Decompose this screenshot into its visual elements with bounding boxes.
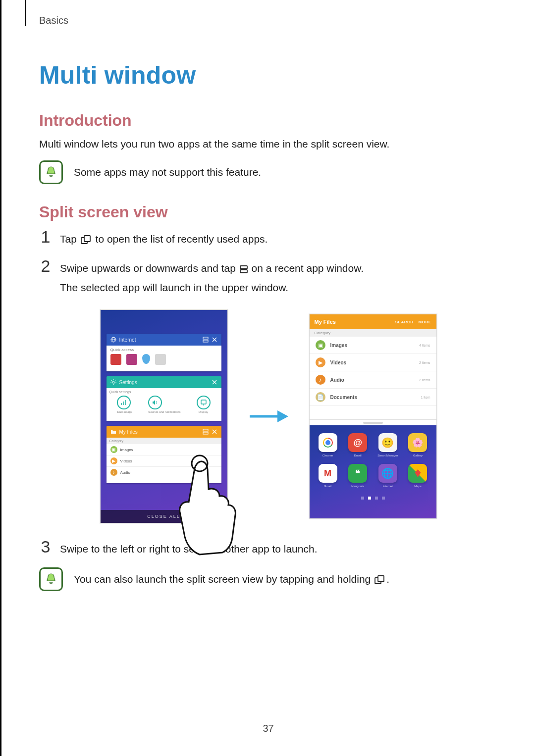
running-head: Basics bbox=[39, 15, 497, 26]
svg-rect-9 bbox=[203, 429, 208, 431]
row-videos: Videos bbox=[120, 459, 132, 463]
gear-icon bbox=[110, 379, 116, 385]
steps-list: 1 Tap to open the list of recently used … bbox=[39, 228, 497, 296]
svg-rect-15 bbox=[378, 576, 384, 582]
close-icon bbox=[212, 429, 217, 435]
step-1-pre: Tap bbox=[60, 233, 80, 245]
illustration: Internet Quick access bbox=[39, 309, 497, 523]
pager-dots bbox=[317, 495, 429, 504]
close-all-button: CLOSE ALL bbox=[101, 510, 227, 523]
split-note: You can also launch the split screen vie… bbox=[39, 567, 497, 591]
svg-rect-10 bbox=[203, 432, 208, 434]
intro-heading: Introduction bbox=[39, 111, 497, 130]
lbl-internet: Internet bbox=[383, 485, 393, 488]
files-search-button: SEARCH bbox=[395, 320, 414, 324]
recents-card-internet: Internet Quick access bbox=[107, 334, 221, 371]
cap-display: Display bbox=[197, 410, 211, 413]
category-label: Category bbox=[107, 438, 221, 444]
multiwindow-icon bbox=[203, 429, 209, 435]
close-icon bbox=[212, 337, 217, 343]
recents-card-myfiles: My Files Category ▣Images bbox=[107, 426, 221, 483]
gmail-icon: M bbox=[319, 464, 337, 483]
figure-left-recents: Internet Quick access bbox=[100, 309, 228, 523]
intro-body: Multi window lets you run two apps at th… bbox=[39, 137, 497, 151]
row-images: Images bbox=[120, 448, 133, 452]
arrow-right-icon bbox=[248, 408, 289, 424]
step-2-line2: The selected app will launch in the uppe… bbox=[60, 280, 364, 296]
svg-rect-8 bbox=[201, 400, 206, 404]
lbl-smart: Smart Manager bbox=[377, 454, 398, 457]
internet-icon: 🌐 bbox=[378, 464, 397, 483]
gallery-icon: 🌸 bbox=[408, 433, 427, 452]
figure-right-splitview: My Files SEARCH MORE Category ▣Images4 i… bbox=[309, 314, 437, 519]
audio-icon: ♪ bbox=[316, 375, 325, 385]
split-note-text: You can also launch the split screen vie… bbox=[74, 573, 389, 585]
li-audio: Audio bbox=[330, 377, 414, 383]
li-images: Images bbox=[330, 343, 414, 348]
step-3-body: Swipe to the left or right to select ano… bbox=[60, 538, 317, 557]
note-icon bbox=[39, 160, 63, 184]
recents-internet-title: Internet bbox=[119, 337, 200, 343]
step-1-post: to open the list of recently used apps. bbox=[96, 233, 268, 245]
lbl-gmail: Gmail bbox=[324, 485, 332, 488]
step-number-2: 2 bbox=[39, 257, 52, 274]
folder-icon bbox=[110, 429, 116, 435]
split-divider-handle bbox=[310, 419, 436, 425]
lbl-gallery: Gallery bbox=[413, 454, 423, 457]
files-category-label: Category bbox=[310, 329, 436, 337]
chrome-icon bbox=[319, 433, 337, 452]
intro-note: Some apps may not support this feature. bbox=[39, 160, 497, 184]
li-docs: Documents bbox=[330, 395, 416, 400]
document-icon: 📄 bbox=[316, 392, 325, 402]
video-icon: ▶ bbox=[316, 357, 325, 367]
smart-manager-icon: 🙂 bbox=[378, 433, 397, 452]
lbl-hangouts: Hangouts bbox=[351, 485, 364, 488]
step-2-body: Swipe upwards or downwards and tap on a … bbox=[60, 257, 364, 296]
lbl-maps: Maps bbox=[414, 485, 422, 488]
upper-pane-myfiles: My Files SEARCH MORE Category ▣Images4 i… bbox=[310, 314, 436, 419]
row-audio: Audio bbox=[120, 470, 130, 475]
lbl-chrome: Chrome bbox=[322, 454, 333, 457]
hangouts-icon: ❝ bbox=[348, 464, 367, 483]
recent-apps-icon bbox=[374, 575, 385, 584]
email-icon: @ bbox=[348, 433, 367, 452]
step-1-body: Tap to open the list of recently used ap… bbox=[60, 228, 268, 248]
svg-rect-3 bbox=[240, 270, 247, 273]
page-content: Basics Multi window Introduction Multi w… bbox=[39, 15, 497, 610]
multiwindow-icon bbox=[240, 265, 248, 273]
note-icon bbox=[39, 567, 63, 591]
step-number-1: 1 bbox=[39, 228, 52, 245]
intro-note-text: Some apps may not support this feature. bbox=[74, 166, 261, 178]
data-usage-icon bbox=[117, 396, 131, 409]
globe-icon bbox=[110, 337, 116, 343]
sound-icon bbox=[148, 396, 162, 409]
quick-settings-label: Quick settings bbox=[109, 390, 218, 394]
svg-rect-2 bbox=[240, 266, 247, 269]
cap-data-usage: Data usage bbox=[117, 410, 132, 413]
split-heading: Split screen view bbox=[39, 203, 497, 221]
files-more-button: MORE bbox=[419, 320, 431, 324]
recent-apps-icon bbox=[81, 235, 92, 244]
li-images-meta: 4 items bbox=[419, 344, 430, 347]
recents-settings-title: Settings bbox=[119, 380, 209, 385]
step-number-3: 3 bbox=[39, 538, 52, 555]
svg-rect-6 bbox=[203, 340, 208, 342]
step-2-post: on a recent app window. bbox=[252, 262, 364, 274]
svg-rect-1 bbox=[84, 236, 90, 242]
svg-rect-5 bbox=[203, 337, 208, 339]
lower-pane-app-picker: Chrome @Email 🙂Smart Manager 🌸Gallery MG… bbox=[310, 425, 436, 518]
maps-icon bbox=[408, 464, 427, 483]
page-title: Multi window bbox=[39, 61, 497, 90]
page-number: 37 bbox=[1, 723, 535, 734]
page-rule bbox=[25, 0, 26, 26]
multiwindow-icon bbox=[203, 337, 209, 343]
li-videos: Videos bbox=[330, 360, 414, 365]
lbl-email: Email bbox=[354, 454, 362, 457]
display-icon bbox=[197, 396, 211, 409]
close-icon bbox=[212, 379, 217, 385]
li-videos-meta: 2 items bbox=[419, 361, 430, 364]
recents-card-settings: Settings Quick settings bbox=[107, 376, 221, 421]
cap-sound: Sounds and notifications bbox=[148, 410, 180, 413]
li-audio-meta: 2 items bbox=[419, 378, 430, 382]
step-2-pre: Swipe upwards or downwards and tap bbox=[60, 262, 239, 274]
